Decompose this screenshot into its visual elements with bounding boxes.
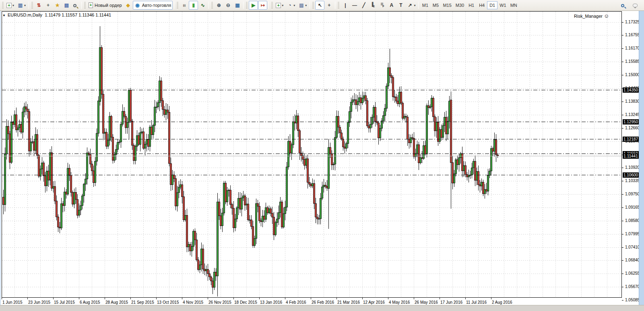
price-tick-label: 1.12660 xyxy=(625,126,640,130)
candle xyxy=(21,122,22,134)
cursor-button[interactable]: ↖ xyxy=(315,1,324,10)
timeframe-w1-button[interactable]: W1 xyxy=(497,1,508,9)
date-tick-mark xyxy=(388,298,388,299)
horizontal-line-button[interactable]: — xyxy=(350,1,359,10)
vertical-line-button[interactable]: | xyxy=(341,1,350,10)
timeframe-m1-button[interactable]: M1 xyxy=(420,1,430,9)
text-label-button[interactable]: T xyxy=(396,1,405,10)
candle xyxy=(136,130,138,151)
dropdown-arrow-icon[interactable]: ▾ xyxy=(305,4,307,7)
terminal-button[interactable]: ▤ xyxy=(62,1,71,10)
candle xyxy=(235,214,236,231)
date-axis[interactable]: 1 Jun 201523 Jun 201515 Jul 20156 Aug 20… xyxy=(0,297,642,305)
candle xyxy=(6,119,8,159)
toolbar-separator xyxy=(208,2,209,9)
price-tick-label: 1.16170 xyxy=(625,46,640,50)
zoom-out-button[interactable]: ⊖ xyxy=(223,1,233,10)
search-button[interactable] xyxy=(619,1,628,10)
dropdown-arrow-icon[interactable]: ▾ xyxy=(414,4,415,7)
candle xyxy=(359,92,360,106)
candle xyxy=(375,102,376,127)
candle xyxy=(132,119,133,150)
candle xyxy=(322,182,323,200)
timeframe-m5-button[interactable]: M5 xyxy=(430,1,441,9)
metaeditor-button[interactable]: ◆ xyxy=(124,1,133,10)
price-tick-label: 1.13245 xyxy=(625,112,640,117)
candle xyxy=(78,203,80,217)
level-price-badge: 1.12187 xyxy=(623,137,639,142)
market-watch-button[interactable]: ⇅ xyxy=(34,1,43,10)
candle xyxy=(162,98,164,116)
price-tick-mark xyxy=(622,194,623,195)
candle xyxy=(30,138,32,155)
chart-shift-button[interactable]: ↦ xyxy=(258,1,267,10)
candle xyxy=(463,161,465,177)
candle xyxy=(38,154,40,178)
price-tick-label: 1.15000 xyxy=(625,73,640,77)
tile-windows-button[interactable]: ▦ xyxy=(233,1,242,10)
candle xyxy=(360,95,362,110)
periods-button[interactable]: ◔▾ xyxy=(285,1,297,10)
candle xyxy=(103,89,104,140)
chart-window[interactable]: ▼EURUSD.m,Daily 1.11479 1.11557 1.11346 … xyxy=(0,11,644,305)
timeframe-d1-button[interactable]: D1 xyxy=(487,1,497,9)
price-tick-mark xyxy=(622,260,623,261)
new-chart-button[interactable]: +▾ xyxy=(5,1,16,10)
strategy-tester-button[interactable] xyxy=(71,1,80,10)
arrows-button[interactable]: ↗▾ xyxy=(405,1,417,10)
navigator-button[interactable]: ★ xyxy=(53,1,62,10)
candle xyxy=(220,209,222,229)
candle xyxy=(442,123,444,140)
toolbar-separator xyxy=(418,2,419,9)
new-order-button[interactable]: +Новый ордер xyxy=(87,1,124,10)
price-tick-mark xyxy=(622,168,623,168)
candlestick-chart-button[interactable]: ▮ xyxy=(189,1,198,10)
dropdown-arrow-icon[interactable]: ▾ xyxy=(12,4,14,7)
dropdown-arrow-icon[interactable]: ▾ xyxy=(293,4,295,7)
dropdown-arrow-icon[interactable]: ▾ xyxy=(282,4,283,7)
candle xyxy=(365,92,367,104)
candle xyxy=(297,113,299,137)
profiles-button[interactable]: ▥▾ xyxy=(16,1,27,10)
text-button[interactable]: A xyxy=(387,1,396,10)
candle xyxy=(489,168,491,178)
candle xyxy=(376,115,378,125)
date-tick-mark xyxy=(156,298,157,299)
line-chart-button[interactable]: ∿ xyxy=(198,1,207,10)
date-tick-label: 4 Nov 2015 xyxy=(183,300,203,305)
candle xyxy=(104,128,106,140)
chat-button[interactable] xyxy=(631,1,640,10)
date-tick-label: 13 Jan 2016 xyxy=(260,300,282,305)
candle xyxy=(161,77,162,107)
chart-dropdown-icon[interactable]: ▼ xyxy=(2,14,6,17)
fibonacci-button[interactable]: ≡F xyxy=(378,1,387,10)
autotrading-button[interactable]: ◉Авто-торговля xyxy=(133,1,173,10)
candlestick-plot[interactable] xyxy=(2,11,622,298)
window-right-scroll-edge[interactable] xyxy=(639,11,644,305)
timeframe-h4-button[interactable]: H4 xyxy=(477,1,487,9)
channel-button[interactable]: ∥E xyxy=(368,1,378,10)
timeframe-m15-button[interactable]: M15 xyxy=(441,1,453,9)
dropdown-arrow-icon[interactable]: ▾ xyxy=(24,4,26,7)
zoom-in-button[interactable]: ⊕ xyxy=(214,1,223,10)
candle xyxy=(394,90,396,103)
timeframe-m30-button[interactable]: M30 xyxy=(454,1,466,9)
candle xyxy=(396,94,397,104)
timeframe-h1-button[interactable]: H1 xyxy=(466,1,477,9)
tester-magnifier-icon xyxy=(73,4,76,7)
auto-scroll-button[interactable]: ▶ xyxy=(249,1,258,10)
bar-chart-button[interactable]: ≡ xyxy=(180,1,189,10)
risk-manager-text: Risk_Manager xyxy=(574,14,603,19)
data-window-button[interactable]: + xyxy=(43,1,53,10)
price-axis[interactable]: 1.173251.167551.161701.155851.150001.144… xyxy=(622,11,639,298)
chart-canvas[interactable] xyxy=(2,11,622,298)
candle xyxy=(471,163,473,178)
crosshair-button[interactable]: + xyxy=(324,1,334,10)
templates-button[interactable]: ▧▾ xyxy=(297,1,308,10)
candle xyxy=(128,88,130,140)
trendline-button[interactable]: ╱ xyxy=(359,1,368,10)
timeframe-mn-button[interactable]: MN xyxy=(508,1,519,9)
candle xyxy=(50,149,51,185)
candle xyxy=(273,212,275,240)
indicators-button[interactable]: +▾ xyxy=(274,1,285,10)
